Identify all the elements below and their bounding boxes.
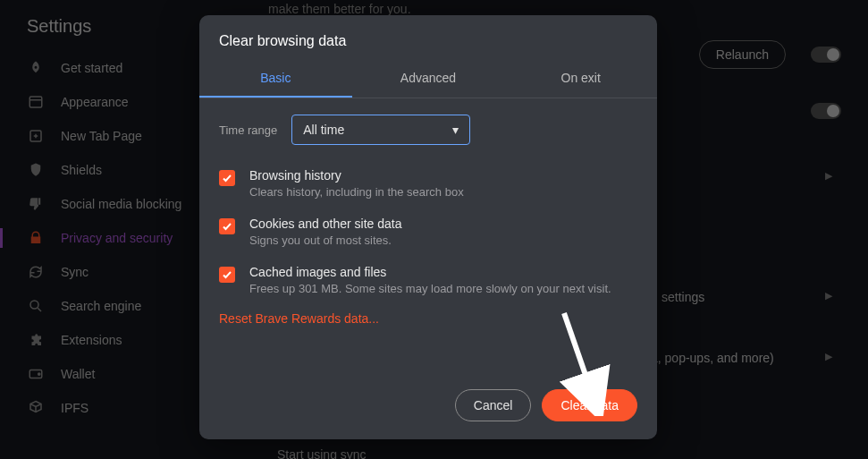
tab-on-exit[interactable]: On exit	[504, 62, 657, 98]
dialog-title: Clear browsing data	[199, 15, 657, 62]
clear-browsing-data-dialog: Clear browsing data Basic Advanced On ex…	[199, 15, 657, 439]
option-title: Cookies and other site data	[249, 217, 401, 231]
time-range-value: All time	[303, 123, 344, 137]
tab-advanced[interactable]: Advanced	[352, 62, 505, 98]
dialog-tabs: Basic Advanced On exit	[199, 62, 657, 98]
chevron-down-icon: ▾	[452, 123, 459, 137]
option-cookies[interactable]: Cookies and other site data Signs you ou…	[219, 208, 637, 256]
time-range-label: Time range	[219, 123, 277, 137]
time-range-select[interactable]: All time ▾	[291, 115, 470, 145]
clear-options-list: Browsing history Clears history, includi…	[199, 154, 657, 308]
option-subtitle: Clears history, including in the search …	[249, 185, 464, 199]
option-cached[interactable]: Cached images and files Frees up 301 MB.…	[219, 256, 637, 304]
checkbox-browsing-history[interactable]	[219, 170, 235, 186]
option-subtitle: Signs you out of most sites.	[249, 234, 401, 247]
option-browsing-history[interactable]: Browsing history Clears history, includi…	[219, 159, 637, 208]
tab-basic[interactable]: Basic	[199, 62, 352, 98]
cancel-button[interactable]: Cancel	[455, 389, 532, 421]
clear-data-button[interactable]: Clear data	[542, 389, 637, 421]
option-title: Browsing history	[249, 168, 464, 183]
checkbox-cookies[interactable]	[219, 218, 235, 234]
option-subtitle: Frees up 301 MB. Some sites may load mor…	[249, 282, 611, 295]
reset-rewards-link[interactable]: Reset Brave Rewards data...	[199, 308, 657, 329]
option-title: Cached images and files	[249, 265, 611, 279]
checkbox-cached[interactable]	[219, 267, 235, 283]
